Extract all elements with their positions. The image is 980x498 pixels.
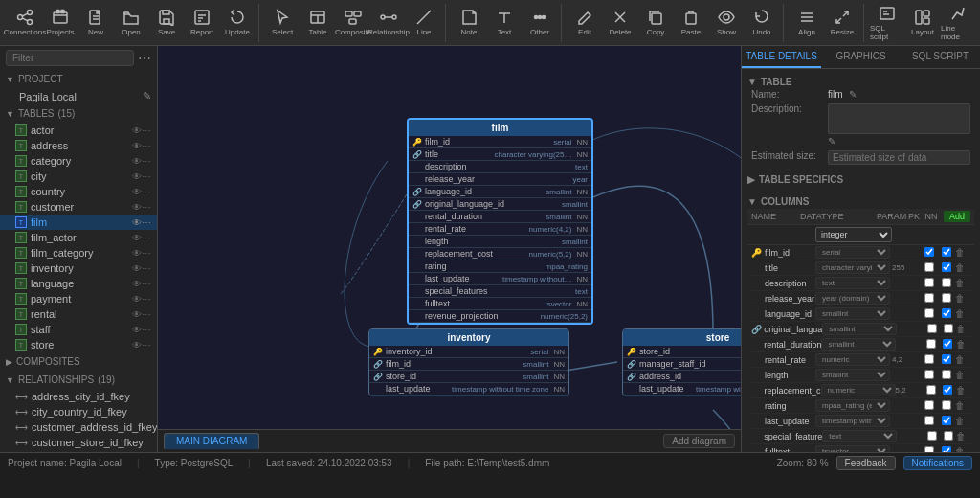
paste-button[interactable]: Paste [674, 4, 708, 42]
customer-menu-icon[interactable]: ⋯ [142, 202, 151, 213]
other-button[interactable]: Other [523, 4, 557, 42]
address-visibility-icon[interactable]: 👁 [132, 141, 142, 151]
col-delete-icon[interactable]: 🗑 [955, 262, 970, 273]
relationships-header[interactable]: ▼ RELATIONSHIPS (19) [0, 371, 157, 389]
city-visibility-icon[interactable]: 👁 [132, 171, 142, 182]
film-visibility-icon[interactable]: 👁 [132, 217, 142, 228]
col-delete-icon[interactable]: 🗑 [955, 354, 970, 365]
col-delete-icon[interactable]: 🗑 [955, 278, 970, 288]
sidebar-rel-city-country[interactable]: ⟷ city_country_id_fkey [0, 404, 157, 419]
sidebar-item-inventory[interactable]: T inventory 👁 ⋯ [0, 260, 157, 276]
col-delete-icon[interactable]: 🗑 [956, 431, 970, 441]
filter-options-icon[interactable]: ⋯ [138, 51, 151, 66]
resize-button[interactable]: Resize [825, 4, 859, 42]
col-pk-checkbox[interactable] [924, 416, 934, 425]
col-delete-icon[interactable]: 🗑 [955, 416, 970, 426]
layout-button[interactable]: Layout [905, 4, 940, 42]
sidebar-item-payment[interactable]: T payment 👁 ⋯ [0, 291, 157, 306]
col-delete-icon[interactable]: 🗑 [956, 339, 970, 350]
col-pk-checkbox[interactable] [924, 278, 934, 287]
col-type-select[interactable]: serial [815, 246, 890, 259]
category-visibility-icon[interactable]: 👁 [132, 156, 142, 167]
update-button[interactable]: Update [220, 4, 255, 42]
country-menu-icon[interactable]: ⋯ [142, 187, 151, 197]
col-nn-checkbox[interactable] [942, 416, 951, 425]
report-button[interactable]: Report [185, 4, 219, 42]
show-button[interactable]: Show [709, 4, 744, 42]
table-name-edit-icon[interactable]: ✎ [849, 89, 857, 100]
film-actor-visibility-icon[interactable]: 👁 [132, 233, 142, 243]
relationship-button[interactable]: Relationship [371, 4, 406, 42]
col-pk-checkbox[interactable] [926, 385, 936, 395]
col-pk-checkbox[interactable] [924, 247, 934, 257]
col-pk-checkbox[interactable] [927, 324, 937, 333]
sidebar-rel-customer-store[interactable]: ⟷ customer_store_id_fkey [0, 435, 157, 450]
col-nn-checkbox[interactable] [943, 385, 952, 395]
col-type-select[interactable]: smallint [822, 323, 897, 335]
diagram-canvas[interactable]: film 🔑 film_id serial NN 🔗 title charact… [158, 46, 741, 452]
table-section-header[interactable]: ▼ TABLE [747, 75, 974, 89]
col-nn-checkbox[interactable] [942, 293, 951, 303]
staff-visibility-icon[interactable]: 👁 [132, 325, 142, 335]
address-menu-icon[interactable]: ⋯ [142, 141, 151, 151]
sidebar-item-film-category[interactable]: T film_category 👁 ⋯ [0, 245, 157, 260]
col-delete-icon[interactable]: 🗑 [955, 247, 970, 258]
store-visibility-icon[interactable]: 👁 [132, 340, 142, 351]
col-nn-checkbox[interactable] [943, 339, 952, 349]
col-type-select[interactable]: numeric [821, 384, 896, 396]
sidebar-item-customer[interactable]: T customer 👁 ⋯ [0, 199, 157, 215]
film-actor-menu-icon[interactable]: ⋯ [142, 233, 151, 243]
col-type-select[interactable]: year (domain) [815, 292, 890, 305]
save-button[interactable]: Save [149, 4, 184, 42]
col-pk-checkbox[interactable] [924, 400, 934, 410]
col-nn-checkbox[interactable] [942, 247, 951, 257]
sidebar-item-country[interactable]: T country 👁 ⋯ [0, 184, 157, 199]
col-nn-checkbox[interactable] [944, 324, 953, 333]
col-delete-icon[interactable]: 🗑 [955, 308, 970, 319]
payment-visibility-icon[interactable]: 👁 [132, 294, 142, 305]
col-delete-icon[interactable]: 🗑 [956, 324, 970, 334]
add-diagram-button[interactable]: Add diagram [663, 434, 735, 448]
text-button[interactable]: Text [487, 4, 522, 42]
language-visibility-icon[interactable]: 👁 [132, 279, 142, 289]
col-pk-checkbox[interactable] [924, 446, 934, 453]
col-type-select[interactable]: tsvector [815, 445, 890, 452]
tab-graphics[interactable]: GRAPHICS [821, 46, 901, 68]
notifications-button[interactable]: Notifications [903, 456, 972, 470]
inventory-menu-icon[interactable]: ⋯ [142, 263, 151, 274]
tables-header[interactable]: ▼ TABLES (15) [0, 104, 157, 123]
sidebar-item-store[interactable]: T store 👁 ⋯ [0, 337, 157, 352]
col-delete-icon[interactable]: 🗑 [956, 385, 970, 396]
sidebar-item-film[interactable]: T film 👁 ⋯ [0, 215, 157, 230]
country-visibility-icon[interactable]: 👁 [132, 187, 142, 197]
city-menu-icon[interactable]: ⋯ [142, 171, 151, 182]
sidebar-rel-film-actor-actorid[interactable]: ⟷ film_actor_actor_id_fkey [0, 450, 157, 452]
project-header[interactable]: ▼ PROJECT [0, 70, 157, 88]
table-button[interactable]: Table [301, 4, 335, 42]
filter-input[interactable] [6, 50, 134, 66]
table-specifics-header[interactable]: ▶ TABLE SPECIFICS [747, 172, 974, 187]
col-type-select[interactable]: timestamp with [815, 415, 890, 427]
undo-button[interactable]: Undo [745, 4, 779, 42]
add-column-button[interactable]: Add [944, 211, 970, 222]
col-nn-checkbox[interactable] [942, 400, 951, 410]
sidebar-item-address[interactable]: T address 👁 ⋯ [0, 138, 157, 153]
col-pk-checkbox[interactable] [924, 354, 934, 364]
actor-visibility-icon[interactable]: 👁 [132, 125, 142, 136]
col-type-select[interactable]: numeric [815, 353, 890, 366]
project-edit-icon[interactable]: ✎ [143, 90, 151, 102]
connections-button[interactable]: Connections [8, 4, 42, 42]
col-delete-icon[interactable]: 🗑 [955, 446, 970, 452]
col-delete-icon[interactable]: 🗑 [955, 400, 970, 411]
col-pk-checkbox[interactable] [924, 370, 934, 379]
col-type-select[interactable]: smallint [821, 338, 896, 351]
col-nn-checkbox[interactable] [944, 431, 953, 441]
customer-visibility-icon[interactable]: 👁 [132, 202, 142, 213]
new-button[interactable]: New [78, 4, 113, 42]
rental-visibility-icon[interactable]: 👁 [132, 309, 142, 320]
col-type-select[interactable]: mpaa_rating (er [815, 399, 890, 412]
col-pk-checkbox[interactable] [927, 431, 937, 441]
table-description-textarea[interactable] [828, 103, 970, 134]
col-type-select[interactable]: character varyi▸ [815, 261, 890, 274]
actor-menu-icon[interactable]: ⋯ [142, 125, 151, 136]
